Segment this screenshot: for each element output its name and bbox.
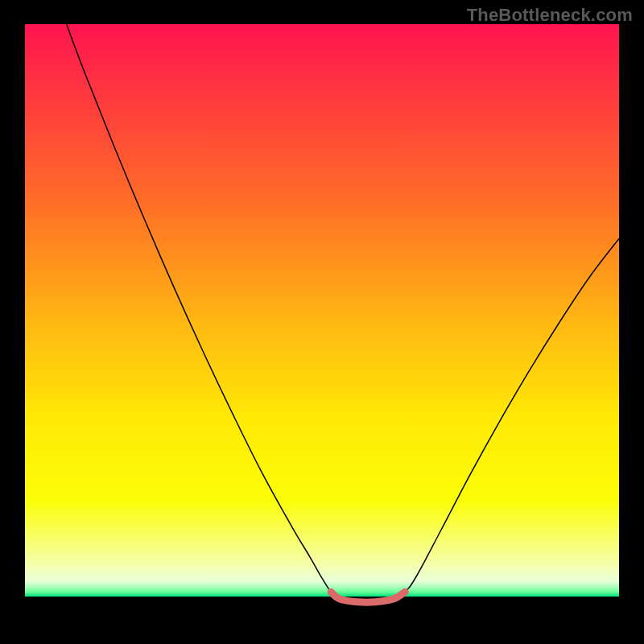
watermark-text: TheBottleneck.com	[467, 5, 633, 26]
bottleneck-chart	[0, 0, 644, 644]
chart-frame: TheBottleneck.com	[0, 0, 644, 644]
gradient-background	[25, 24, 619, 597]
